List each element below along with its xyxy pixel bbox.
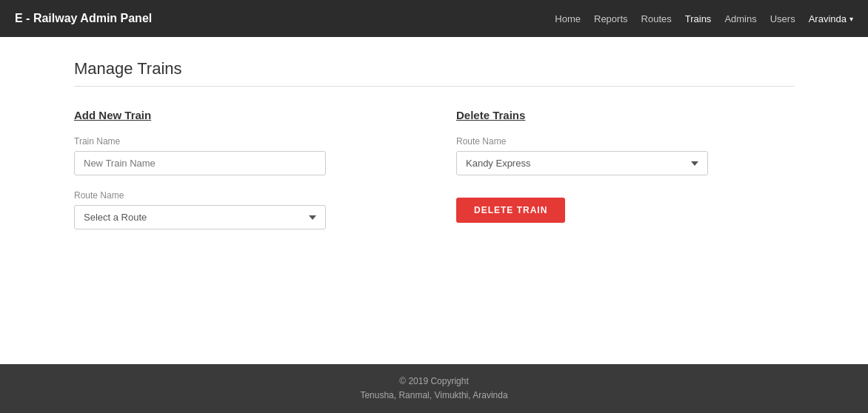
nav-link-home[interactable]: Home [555,13,581,24]
nav-item-routes[interactable]: Routes [641,13,672,24]
delete-route-name-group: Route Name Kandy Express Colombo Line Ga… [456,136,794,175]
nav-item-home[interactable]: Home [555,13,581,24]
dropdown-arrow-icon: ▾ [849,15,853,23]
page-title: Manage Trains [74,59,794,78]
train-name-group: Train Name [74,136,412,175]
navbar-nav: Home Reports Routes Trains Admins Users … [555,13,853,24]
page-divider [74,86,794,87]
main-content: Manage Trains Add New Train Train Name R… [0,37,868,364]
navbar: E - Railway Admin Panel Home Reports Rou… [0,0,868,37]
nav-item-admins[interactable]: Admins [724,13,756,24]
nav-link-users[interactable]: Users [770,13,795,24]
delete-route-select[interactable]: Kandy Express Colombo Line Galle Express [456,151,708,175]
nav-link-trains[interactable]: Trains [685,13,712,24]
add-train-section: Add New Train Train Name Route Name Sele… [74,109,412,244]
navbar-brand[interactable]: E - Railway Admin Panel [15,12,152,25]
user-dropdown-toggle[interactable]: Aravinda ▾ [809,13,853,24]
delete-train-button[interactable]: DELETE TRAIN [456,198,565,223]
nav-link-admins[interactable]: Admins [724,13,756,24]
nav-item-reports[interactable]: Reports [594,13,628,24]
footer-credits: Tenusha, Ranmal, Vimukthi, Aravinda [0,389,868,403]
delete-train-section: Delete Trains Route Name Kandy Express C… [456,109,794,244]
nav-item-trains[interactable]: Trains [685,13,712,24]
add-route-label: Route Name [74,190,412,201]
delete-route-label: Route Name [456,136,794,147]
footer: © 2019 Copyright Tenusha, Ranmal, Vimukt… [0,364,868,413]
nav-link-routes[interactable]: Routes [641,13,672,24]
delete-section-title: Delete Trains [456,109,794,121]
train-name-input[interactable] [74,151,326,175]
nav-item-users[interactable]: Users [770,13,795,24]
train-name-label: Train Name [74,136,412,147]
user-dropdown[interactable]: Aravinda ▾ [809,13,853,24]
user-name: Aravinda [809,13,847,24]
sections-container: Add New Train Train Name Route Name Sele… [74,109,794,244]
footer-copyright: © 2019 Copyright [0,375,868,389]
add-section-title: Add New Train [74,109,412,121]
add-route-select[interactable]: Select a Route Kandy Express Colombo Lin… [74,205,326,229]
nav-link-reports[interactable]: Reports [594,13,628,24]
add-route-name-group: Route Name Select a Route Kandy Express … [74,190,412,229]
